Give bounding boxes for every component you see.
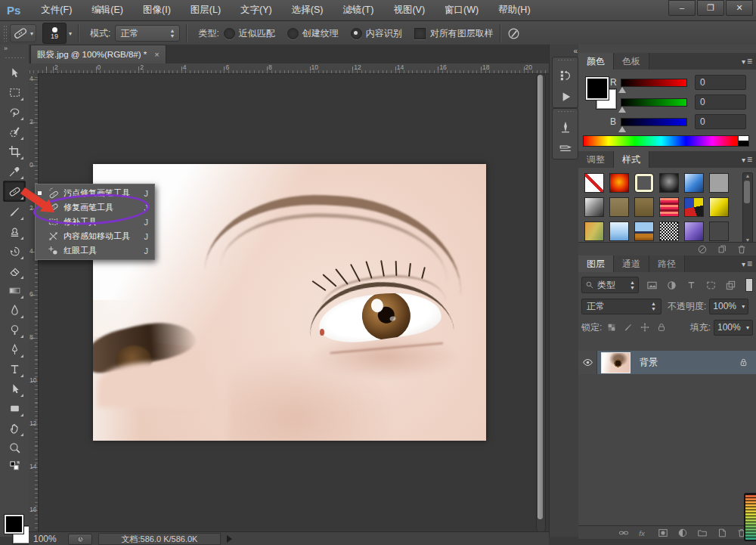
layer-thumbnail[interactable]: [601, 352, 631, 373]
panel-menu-icon[interactable]: ▾≡: [742, 151, 756, 168]
zoom-level-field[interactable]: 100%: [33, 534, 68, 544]
toolbar-gripper[interactable]: [5, 57, 24, 60]
gradient-tool[interactable]: [4, 280, 25, 300]
close-button[interactable]: ✕: [726, 0, 753, 16]
new-style-icon[interactable]: [717, 244, 736, 255]
menu-图层(L)[interactable]: 图层(L): [181, 0, 231, 20]
menu-选择(S)[interactable]: 选择(S): [282, 0, 333, 20]
menu-文件(F)[interactable]: 文件(F): [31, 0, 82, 20]
type-filter-icon[interactable]: [686, 280, 705, 291]
style-swatch-purple-gloss[interactable]: [681, 219, 706, 243]
foreground-color-swatch[interactable]: [586, 77, 609, 100]
style-swatch-red-glow[interactable]: [606, 171, 631, 195]
trash-icon[interactable]: [736, 244, 756, 255]
status-adobe-drive-button[interactable]: [68, 534, 92, 545]
styles-tab-调整[interactable]: 调整: [578, 151, 614, 168]
channel-slider-track[interactable]: [621, 98, 687, 107]
blur-tool[interactable]: [4, 300, 25, 320]
tab-close-icon[interactable]: ×: [154, 50, 159, 59]
quick-select-tool[interactable]: [4, 122, 25, 141]
path-select-tool[interactable]: [4, 379, 25, 398]
lasso-tool[interactable]: [4, 102, 25, 122]
style-swatch-blue-gloss[interactable]: [681, 171, 706, 195]
slider-handle-icon[interactable]: [618, 87, 626, 93]
lock-transparent-icon[interactable]: [606, 322, 623, 333]
no-style-icon[interactable]: [697, 244, 717, 255]
brush-size-picker[interactable]: 19: [42, 23, 67, 44]
lock-move-icon[interactable]: [640, 322, 656, 333]
hand-tool[interactable]: [4, 418, 25, 438]
dock-expand-icon[interactable]: «: [573, 47, 577, 55]
spectrum-bw-chip[interactable]: [738, 135, 749, 147]
layers-tab-图层[interactable]: 图层: [578, 255, 614, 272]
sample-all-layers-option[interactable]: 对所有图层取样: [414, 27, 494, 40]
style-swatch-camo[interactable]: [681, 195, 706, 219]
layer-row-background[interactable]: 背景: [578, 351, 756, 374]
style-swatch-black-gloss[interactable]: [656, 171, 681, 195]
clone-stamp-tool[interactable]: [4, 221, 25, 241]
menu-滤镜(T)[interactable]: 滤镜(T): [333, 0, 383, 20]
shape-tool[interactable]: [4, 398, 25, 418]
zoom-tool[interactable]: [4, 438, 25, 457]
style-swatch-red-stripes[interactable]: [656, 195, 681, 219]
color-tab-色板[interactable]: 色板: [614, 53, 649, 70]
channel-value-field[interactable]: 0: [695, 94, 746, 110]
document-tab[interactable]: 眼袋.jpg @ 100%(RGB/8#) * ×: [30, 45, 166, 63]
radio-近似匹配[interactable]: 近似匹配: [224, 27, 275, 40]
flyout-item-红眼工具[interactable]: 红眼工具J: [36, 243, 154, 258]
style-swatch-white-outline[interactable]: [631, 171, 656, 195]
eraser-tool[interactable]: [4, 261, 25, 280]
style-swatch-no-style[interactable]: [581, 171, 606, 195]
menu-视图(V)[interactable]: 视图(V): [383, 0, 435, 20]
slider-handle-icon[interactable]: [618, 126, 626, 132]
default-colors-icon[interactable]: [5, 459, 24, 472]
style-swatch-light-blue[interactable]: [606, 219, 631, 243]
layer-visibility-toggle[interactable]: [578, 351, 597, 374]
lock-all-icon[interactable]: [656, 322, 673, 333]
tool-preset-picker[interactable]: ▾: [10, 24, 36, 42]
radio-icon[interactable]: [224, 28, 235, 39]
options-gripper[interactable]: [3, 25, 7, 42]
type-tool[interactable]: [4, 359, 25, 379]
style-swatch-dark-tan[interactable]: [631, 195, 656, 219]
channel-value-field[interactable]: 0: [695, 75, 746, 90]
tool-presets-panel-button[interactable]: [553, 138, 578, 159]
radio-内容识别[interactable]: 内容识别: [351, 27, 402, 40]
radio-icon[interactable]: [287, 28, 299, 39]
actions-panel-button[interactable]: [553, 86, 578, 107]
menu-窗口(W)[interactable]: 窗口(W): [435, 0, 488, 20]
restore-button[interactable]: ❐: [697, 0, 724, 16]
menu-图像(I)[interactable]: 图像(I): [133, 0, 181, 20]
style-swatch-horizon[interactable]: [631, 219, 656, 243]
color-tab-颜色[interactable]: 颜色: [578, 53, 614, 70]
style-swatch-tan[interactable]: [606, 195, 631, 219]
eyedropper-tool[interactable]: [4, 161, 25, 181]
opacity-field[interactable]: 100% ▾: [709, 299, 748, 314]
smart-filter-icon[interactable]: [725, 280, 745, 291]
flyout-item-内容感知移动工具[interactable]: 内容感知移动工具J: [36, 229, 154, 243]
adjustment-filter-icon[interactable]: [666, 280, 686, 291]
status-flyout-arrow[interactable]: [227, 535, 232, 543]
fill-field[interactable]: 100% ▾: [714, 320, 753, 336]
move-tool[interactable]: [4, 63, 25, 82]
mode-dropdown[interactable]: 正常 ▲▼: [115, 25, 180, 42]
new-layer-icon[interactable]: [717, 528, 736, 538]
crop-tool[interactable]: [4, 141, 25, 161]
foreground-color-swatch[interactable]: [5, 515, 23, 534]
group-icon[interactable]: [697, 528, 717, 538]
pen-tool[interactable]: [4, 339, 25, 359]
radio-icon[interactable]: [351, 28, 362, 39]
tablet-pressure-icon[interactable]: [507, 27, 520, 40]
image-filter-icon[interactable]: [646, 280, 666, 291]
chevron-down-icon[interactable]: ▾: [69, 30, 72, 37]
style-swatch-orange-green[interactable]: [581, 219, 606, 243]
radio-创建纹理[interactable]: 创建纹理: [287, 27, 339, 40]
color-spectrum-ramp[interactable]: [583, 135, 739, 147]
blend-mode-dropdown[interactable]: 正常 ▲▼: [581, 299, 662, 314]
channel-value-field[interactable]: 0: [695, 114, 746, 129]
minimize-button[interactable]: –: [668, 0, 696, 16]
style-swatch-yellow-gloss[interactable]: [706, 195, 731, 219]
styles-tab-样式[interactable]: 样式: [614, 151, 649, 168]
lock-paint-icon[interactable]: [623, 322, 640, 333]
style-swatch-gray-bevel[interactable]: [581, 195, 606, 219]
